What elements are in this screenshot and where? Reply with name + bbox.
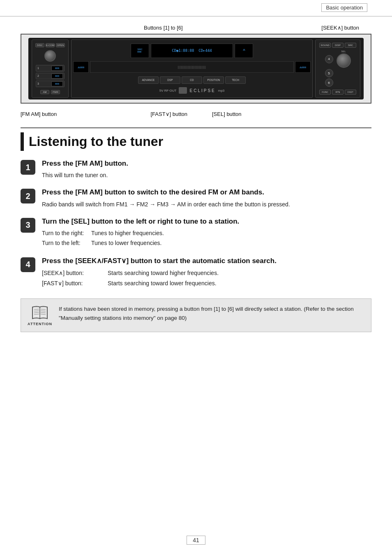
svg-line-3 — [34, 312, 39, 313]
svg-line-2 — [34, 311, 39, 311]
page-number: 41 — [187, 536, 205, 545]
btn-2: 2888 — [36, 73, 65, 79]
step-3-content: Turn the [SEL] button to the left or rig… — [42, 217, 371, 248]
5v-label: 5V RF·OUT — [159, 89, 177, 92]
step-4: 4 Press the [SEEK∧/FAST∨] button to star… — [21, 257, 371, 289]
seek-button-value: Starts searching toward higher frequenci… — [108, 268, 219, 278]
freq-display: ░░░░░░░░░░░░░░░░░░░ — [90, 61, 294, 73]
display-3: 888 — [51, 81, 63, 86]
svg-line-6 — [41, 311, 46, 311]
svg-line-7 — [41, 312, 46, 313]
diagram-label-bottom: [FAST∨] button [SEL] button — [150, 111, 241, 117]
ecom-button: E-COM — [46, 43, 55, 47]
src-display: SRC888 — [131, 44, 149, 58]
header-label: Basic operation — [321, 3, 367, 12]
step-2-heading: Press the [FM AM] button to switch to th… — [42, 188, 371, 197]
seek-button-label: [SEEK∧] button: — [42, 268, 108, 278]
center-button-row: ADVANCE DSP CD POSITION TECH — [138, 76, 246, 84]
num-6: 6 — [325, 79, 333, 87]
bottom-center-row: 5V RF·OUT ECLIPSE mp3 — [159, 87, 225, 94]
header-bar: Basic operation — [0, 0, 392, 16]
step-4-number: 4 — [21, 257, 35, 272]
step-4-content: Press the [SEEK∧/FAST∨] button to start … — [42, 257, 371, 289]
num-row-2: 5 — [325, 69, 351, 77]
sel-label: [SEL] button — [212, 111, 242, 117]
center-sub-row: ⁂888 ░░░░░░░░░░░░░░░░░░░ ⁂888 — [73, 61, 311, 73]
am-button: AM — [40, 90, 49, 94]
right-bottom-buttons: FUNC RTN FAST — [319, 90, 356, 95]
display-2: 888 — [51, 74, 63, 79]
stereo-left-buttons: 1888 2888 3888 — [36, 65, 65, 87]
output-port — [179, 87, 187, 94]
accent-bar — [21, 132, 24, 151]
position-btn: POSITION — [203, 76, 224, 84]
stereo-right-panel: SOUND DISP SRC 4 SEL — [315, 39, 360, 97]
svg-line-4 — [34, 314, 39, 314]
step-2-number: 2 — [21, 189, 35, 203]
step-3-number: 3 — [21, 218, 35, 233]
rtn-btn: RTN — [332, 90, 344, 95]
svg-line-8 — [41, 314, 46, 314]
step-2-description: Radio bands will switch from FM1 → FM2 →… — [42, 200, 371, 209]
eclipse-label: ECLIPSE — [189, 88, 215, 93]
attention-box: ATTENTION If stations have been stored i… — [21, 298, 371, 332]
stereo-center-panel: SRC888 CD◉1:88:88 CD▸444 ⁂ ⁂888 ░░░░░░░░… — [71, 39, 313, 97]
display-1: 888 — [51, 66, 63, 71]
section-title-area: Listening to the tuner — [21, 127, 371, 151]
btn-3: 3888 — [36, 81, 65, 87]
stereo-top-buttons: DISC E-COM OPEN — [35, 43, 65, 47]
diagram-label-buttons: Buttons [1] to [6] — [144, 25, 183, 31]
page-footer: 41 — [0, 536, 392, 545]
num-4: 4 — [325, 55, 333, 63]
steps-container: 1 Press the [FM AM] button. This will tu… — [21, 159, 371, 289]
step-1-content: Press the [FM AM] button. This will turn… — [42, 159, 371, 180]
disp-btn-r: DISP — [332, 43, 344, 48]
step-2: 2 Press the [FM AM] button to switch to … — [21, 188, 371, 208]
pwr-button: PWR — [51, 90, 60, 94]
svg-line-1 — [34, 309, 39, 310]
sel-knob — [337, 53, 351, 68]
attention-icon-area: ATTENTION — [28, 305, 52, 326]
step-3-heading: Turn the [SEL] button to the left or rig… — [42, 217, 371, 226]
sound-btn: SOUND — [319, 43, 331, 48]
fast-btn: FAST — [345, 90, 356, 95]
num-5: 5 — [325, 69, 333, 77]
tech-btn: TECH — [225, 76, 246, 84]
func-btn: FUNC — [319, 90, 331, 95]
btn-1: 1888 — [36, 65, 65, 72]
fast-item: [FAST∨] button: Starts searching toward … — [42, 278, 371, 289]
right-sub-disp: ⁂888 — [295, 61, 311, 73]
step-1: 1 Press the [FM AM] button. This will tu… — [21, 159, 371, 180]
diagram-label-fmam: [FM AM] button — [21, 111, 57, 117]
attention-label: ATTENTION — [28, 322, 52, 326]
sel-area: SEL — [337, 50, 351, 68]
step-2-content: Press the [FM AM] button to switch to th… — [42, 188, 371, 208]
seek-item: [SEEK∧] button: Starts searching toward … — [42, 268, 371, 278]
content-area: Buttons [1] to [6] [SEEK∧] button DISC E… — [21, 16, 371, 332]
fast-label: [FAST∨] button — [150, 111, 187, 117]
vol-knob — [44, 50, 56, 62]
left-sub-disp: ⁂888 — [73, 61, 89, 73]
cd-display: ⁂ — [235, 44, 253, 58]
fast-button-value: Starts searching toward lower frequencie… — [108, 278, 217, 289]
step-1-description: This will turn the tuner on. — [42, 171, 371, 180]
turn-right-label: Turn to the right: — [42, 229, 91, 238]
attention-text: If stations have been stored in memory, … — [59, 305, 364, 322]
stereo-inner: DISC E-COM OPEN 1888 2888 — [21, 35, 371, 103]
turn-right: Turn to the right: Tunes to higher frequ… — [42, 229, 371, 238]
fast-button-label: [FAST∨] button: — [42, 278, 108, 289]
step-4-heading: Press the [SEEK∧/FAST∨] button to start … — [42, 257, 371, 266]
stereo-body: DISC E-COM OPEN 1888 2888 — [28, 38, 364, 99]
num-row-1: 4 SEL — [325, 50, 351, 68]
step-1-heading: Press the [FM AM] button. — [42, 159, 371, 168]
diagram-label-seek: [SEEK∧] button — [321, 25, 359, 31]
turn-right-value: Tunes to higher frequencies. — [91, 229, 371, 238]
device-image: DISC E-COM OPEN 1888 2888 — [21, 34, 371, 104]
step-1-number: 1 — [21, 160, 35, 175]
mp3-label: mp3 — [218, 89, 225, 92]
step-3-turns: Turn to the right: Tunes to higher frequ… — [42, 229, 371, 248]
right-top-buttons: SOUND DISP SRC — [319, 43, 356, 48]
turn-left-value: Tunes to lower frequencies. — [91, 238, 371, 248]
sel-text: SEL — [341, 50, 346, 53]
stereo-left-panel: DISC E-COM OPEN 1888 2888 — [32, 39, 69, 97]
